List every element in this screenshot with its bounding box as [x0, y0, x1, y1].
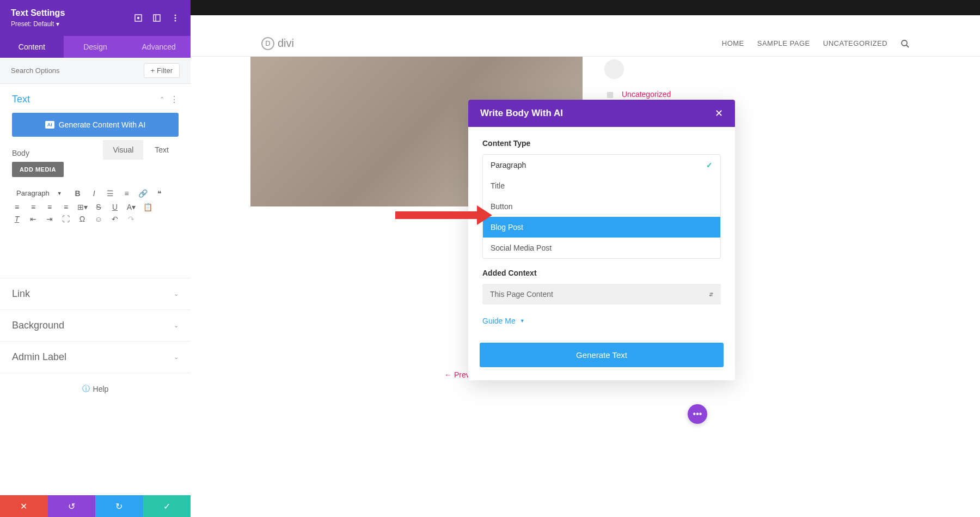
align-right-icon[interactable]: ≡: [45, 203, 54, 211]
dropdown-arrows-icon: ⇵: [709, 291, 713, 297]
table-icon[interactable]: ⊞▾: [77, 203, 87, 211]
bullet-list-icon[interactable]: ☰: [106, 189, 115, 198]
added-context-label: Added Context: [482, 269, 721, 277]
link-icon[interactable]: 🔗: [138, 189, 148, 198]
text-color-icon[interactable]: A▾: [126, 203, 136, 211]
generate-text-button[interactable]: Generate Text: [480, 343, 724, 367]
content-type-label: Content Type: [482, 139, 721, 148]
text-section: Text ⌃ ⋮ AI Generate Content With AI Bod…: [0, 84, 191, 278]
ai-badge-icon: AI: [45, 121, 54, 129]
generate-ai-button[interactable]: AI Generate Content With AI: [12, 113, 179, 137]
guide-me-toggle[interactable]: Guide Me ▼: [482, 317, 721, 325]
emoji-icon[interactable]: ☺: [94, 215, 103, 223]
nav-sample[interactable]: SAMPLE PAGE: [757, 39, 810, 47]
sidebar-header: Text Settings Preset: Default ▾: [0, 0, 191, 36]
clear-format-icon[interactable]: T: [12, 215, 22, 223]
tab-advanced[interactable]: Advanced: [127, 36, 191, 58]
chevron-down-icon: ⌄: [174, 322, 179, 329]
search-input[interactable]: [11, 66, 144, 75]
tab-design[interactable]: Design: [64, 36, 127, 58]
sidebar-title: Text Settings: [11, 8, 65, 18]
panel-icon[interactable]: [152, 14, 161, 22]
svg-point-7: [902, 40, 907, 46]
search-row: +Filter: [0, 58, 191, 84]
filter-button[interactable]: +Filter: [144, 63, 180, 78]
align-center-icon[interactable]: ≡: [28, 203, 38, 211]
redo-button[interactable]: ↻: [95, 495, 143, 517]
option-social-media[interactable]: Social Media Post: [483, 238, 720, 258]
chevron-down-icon: ⌄: [174, 290, 179, 297]
dots-icon: •••: [693, 409, 702, 419]
settings-sidebar: Text Settings Preset: Default ▾ Content …: [0, 0, 191, 517]
section-more-icon[interactable]: ⋮: [170, 94, 179, 105]
admin-label-section[interactable]: Admin Label ⌄: [0, 342, 191, 373]
option-title[interactable]: Title: [483, 175, 720, 196]
tab-content[interactable]: Content: [0, 36, 64, 58]
modal-title: Write Body With AI: [480, 108, 563, 119]
redo-icon[interactable]: ↷: [126, 215, 136, 223]
chevron-up-icon[interactable]: ⌃: [160, 96, 164, 103]
align-left-icon[interactable]: ≡: [12, 203, 22, 211]
svg-line-8: [906, 45, 909, 47]
main-canvas: D divi HOME SAMPLE PAGE UNCATEGORIZED ▦ …: [191, 0, 980, 517]
fab-button[interactable]: •••: [688, 404, 707, 424]
background-section[interactable]: Background ⌄: [0, 310, 191, 342]
content-type-options: Paragraph✓ Title Button Blog Post Social…: [482, 154, 721, 259]
more-icon[interactable]: [171, 14, 180, 22]
nav-home[interactable]: HOME: [722, 39, 744, 47]
svg-point-1: [138, 17, 139, 19]
indent-left-icon[interactable]: ⇤: [28, 215, 38, 223]
section-title-text: Text: [12, 94, 30, 105]
svg-rect-2: [154, 15, 160, 21]
preset-dropdown[interactable]: Preset: Default ▾: [11, 20, 65, 28]
site-logo[interactable]: D divi: [261, 37, 294, 50]
logo-icon: D: [261, 37, 274, 50]
number-list-icon[interactable]: ≡: [122, 189, 132, 198]
paste-icon[interactable]: 📋: [143, 203, 152, 211]
text-tab[interactable]: Text: [145, 140, 179, 160]
omega-icon[interactable]: Ω: [77, 215, 87, 223]
undo-icon[interactable]: ↶: [110, 215, 120, 223]
editor-toolbar: Paragraph▼ B I ☰ ≡ 🔗 ❝ ≡ ≡ ≡ ≡ ⊞▾ S U A▾: [12, 183, 179, 231]
bottom-action-bar: ✕ ↺ ↻ ✓: [0, 495, 191, 517]
svg-point-4: [175, 15, 176, 16]
close-icon[interactable]: ✕: [715, 107, 723, 119]
expand-icon[interactable]: [134, 14, 143, 22]
avatar: [604, 59, 624, 79]
undo-button[interactable]: ↺: [48, 495, 96, 517]
settings-tabs: Content Design Advanced: [0, 36, 191, 58]
svg-point-5: [175, 17, 176, 19]
ai-modal: Write Body With AI ✕ Content Type Paragr…: [468, 100, 735, 380]
check-icon: ✓: [706, 161, 713, 169]
nav-uncategorized[interactable]: UNCATEGORIZED: [823, 39, 887, 47]
context-dropdown[interactable]: This Page Content ⇵: [482, 284, 721, 305]
align-justify-icon[interactable]: ≡: [61, 203, 71, 211]
strikethrough-icon[interactable]: S: [94, 203, 103, 211]
meta-category[interactable]: ▦ Uncategorized: [604, 89, 674, 100]
fullscreen-icon[interactable]: ⛶: [61, 215, 71, 223]
help-icon: ⓘ: [82, 384, 90, 394]
cancel-button[interactable]: ✕: [0, 495, 48, 517]
annotation-arrow: [395, 211, 477, 219]
visual-tab[interactable]: Visual: [103, 140, 143, 160]
bold-icon[interactable]: B: [73, 189, 83, 198]
site-nav: D divi HOME SAMPLE PAGE UNCATEGORIZED: [191, 31, 980, 57]
search-icon[interactable]: [901, 39, 909, 48]
add-media-button[interactable]: ADD MEDIA: [12, 162, 64, 177]
help-link[interactable]: ⓘ Help: [0, 373, 191, 405]
save-button[interactable]: ✓: [143, 495, 191, 517]
italic-icon[interactable]: I: [89, 189, 99, 198]
underline-icon[interactable]: U: [110, 203, 120, 211]
link-section[interactable]: Link ⌄: [0, 278, 191, 310]
editor-content-area[interactable]: [12, 235, 179, 268]
option-button[interactable]: Button: [483, 196, 720, 217]
option-blog-post[interactable]: Blog Post: [483, 217, 720, 238]
modal-header: Write Body With AI ✕: [468, 100, 735, 127]
option-paragraph[interactable]: Paragraph✓: [483, 155, 720, 175]
quote-icon[interactable]: ❝: [155, 189, 164, 198]
admin-topbar: [191, 0, 980, 15]
paragraph-dropdown[interactable]: Paragraph▼: [12, 187, 66, 199]
chevron-down-icon: ▼: [520, 318, 525, 324]
indent-right-icon[interactable]: ⇥: [45, 215, 54, 223]
chevron-down-icon: ⌄: [174, 354, 179, 361]
